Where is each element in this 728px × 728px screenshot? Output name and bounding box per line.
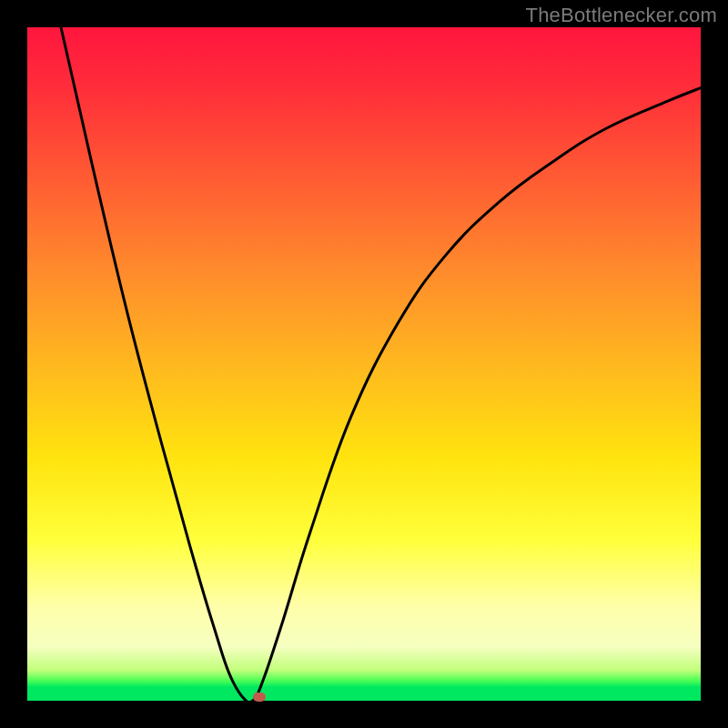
watermark-text: TheBottlenecker.com: [526, 4, 717, 27]
chart-frame: TheBottlenecker.com: [0, 0, 728, 728]
curve-layer: [27, 27, 701, 701]
plot-area: [27, 27, 701, 701]
optimal-point-marker: [253, 693, 266, 702]
bottleneck-curve: [61, 27, 701, 703]
